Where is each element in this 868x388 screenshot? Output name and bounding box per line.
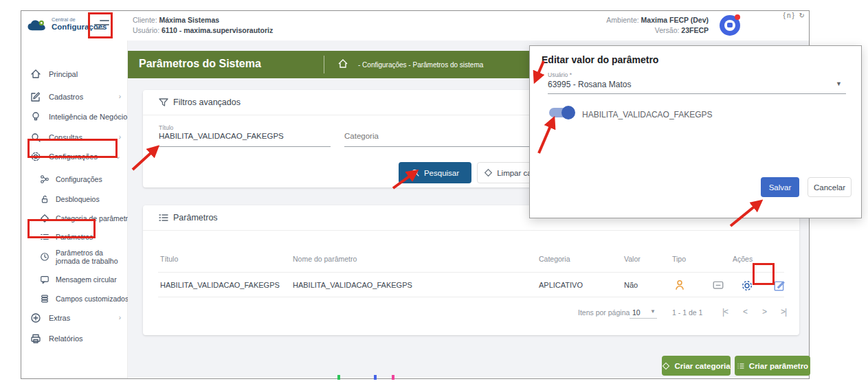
parameter-toggle[interactable] — [549, 108, 574, 117]
prev-page-button[interactable]: < — [743, 307, 747, 317]
chat-widget-icon[interactable] — [720, 15, 740, 36]
col-tipo: Tipo — [672, 255, 686, 263]
taskbar-dot-pink — [392, 375, 394, 380]
cancelar-button[interactable]: Cancelar — [808, 177, 852, 197]
sidebar-item-principal[interactable]: Principal — [21, 66, 128, 84]
plus-circle-icon — [30, 312, 41, 323]
chevron-down-icon: ⌄ — [115, 152, 121, 160]
sidebar-item-configuracoes[interactable]: Configurações ⌄ — [21, 148, 128, 166]
edit-parameter-modal: Editar valor do parâmetro Usuário * 6399… — [529, 45, 862, 218]
chevron-right-icon: › — [119, 133, 121, 141]
sidebar-item-categoria-parametros[interactable]: Categoria de parâmetros — [21, 210, 128, 228]
criar-categoria-button[interactable]: Criar categoria — [662, 356, 731, 376]
col-categoria: Categoria — [539, 255, 570, 263]
parameters-title: Parâmetros — [173, 213, 218, 222]
edit-action-icon[interactable] — [773, 279, 786, 292]
sidebar-item-cadastros[interactable]: Cadastros › — [21, 89, 128, 106]
categoria-input[interactable] — [344, 132, 516, 140]
col-valor: Valor — [624, 255, 641, 263]
sidebar-item-parametros-jornada[interactable]: Parâmetros da jornada de trabalho — [21, 247, 128, 269]
stack-icon — [40, 294, 49, 304]
cloud-logo-icon — [27, 19, 47, 32]
edit-icon — [30, 91, 41, 102]
version-info: Versão: 23FECP — [606, 25, 709, 36]
cell-categoria: APLICATIVO — [539, 281, 583, 289]
sidebar-item-campos-customizados[interactable]: Campos customizados — [21, 290, 128, 308]
home-breadcrumb-icon[interactable] — [337, 58, 348, 69]
search-icon — [30, 132, 41, 143]
usuario-select[interactable]: 63995 - Rosana Matos — [548, 80, 631, 89]
user-icon — [674, 279, 686, 291]
page-title: Parâmetros do Sistema — [139, 58, 261, 70]
select-caret-icon[interactable]: ▼ — [836, 80, 842, 87]
clock-icon — [40, 252, 49, 262]
filters-title: Filtros avançados — [173, 98, 241, 107]
gear-icon — [30, 151, 41, 162]
network-icon — [40, 174, 49, 184]
notification-badge — [735, 14, 740, 20]
printer-icon — [30, 333, 41, 344]
sidebar-item-parametros[interactable]: Parâmetros — [21, 229, 128, 247]
sidebar-item-mensagem-circular[interactable]: Mensagem circular — [21, 271, 128, 289]
unlock-icon — [40, 194, 49, 204]
chevron-right-icon: › — [119, 314, 121, 321]
sidebar-item-consultas[interactable]: Consultas › — [21, 129, 128, 147]
salvar-button[interactable]: Salvar — [761, 177, 799, 197]
modal-title: Editar valor do parâmetro — [542, 54, 658, 65]
cell-valor: Não — [624, 281, 638, 289]
cell-nome: HABILITA_VALIDACAO_FAKEGPS — [293, 281, 412, 289]
first-page-button[interactable]: |< — [722, 307, 728, 317]
search-icon — [411, 168, 420, 177]
home-icon — [30, 69, 41, 80]
filter-icon — [158, 97, 169, 108]
comment-action-icon[interactable] — [712, 279, 724, 292]
sidebar-item-extras[interactable]: Extras › — [21, 310, 128, 328]
tag-icon — [40, 214, 49, 223]
titulo-field-label: Título — [159, 124, 173, 131]
usuario-field-label: Usuário * — [548, 71, 572, 78]
taskbar-dot-blue — [374, 375, 377, 380]
per-page-select[interactable]: 10 — [632, 308, 641, 317]
lightbulb-icon — [30, 111, 41, 122]
eraser-icon — [484, 168, 493, 177]
taskbar-dot-green — [337, 375, 340, 380]
hamburger-menu-icon[interactable] — [93, 16, 111, 34]
list-icon — [737, 362, 745, 370]
next-page-button[interactable]: > — [762, 307, 766, 317]
list-icon — [40, 232, 49, 242]
per-page-caret-icon[interactable]: ▼ — [650, 308, 656, 315]
pagination-range: 1 - 1 de 1 — [672, 308, 702, 317]
cell-titulo: HABILITA_VALIDACAO_FAKEGPS — [160, 281, 280, 289]
environment-info: Ambiente: Maxima FECP (Dev) — [606, 15, 709, 25]
parameters-card: Parâmetros Título Nome do parâmetro Cate… — [143, 205, 799, 335]
tag-icon — [662, 362, 670, 370]
sidebar-item-relatorios[interactable]: Relatórios — [21, 330, 128, 348]
col-acoes: Ações — [733, 255, 753, 263]
last-page-button[interactable]: >| — [781, 307, 786, 317]
list-icon — [158, 212, 169, 223]
titulo-input[interactable] — [159, 132, 331, 140]
col-nome: Nome do parâmetro — [293, 255, 357, 263]
app-header: Central de Configurações Cliente: Máxima… — [21, 11, 809, 41]
gear-action-icon[interactable] — [741, 279, 753, 292]
chevron-right-icon: › — [119, 113, 121, 120]
items-per-page-label: Itens por página — [578, 308, 630, 317]
client-info: Cliente: Máxima Sistemas — [133, 15, 273, 25]
sidebar-item-inteligencia[interactable]: Inteligência de Negócio › — [21, 109, 128, 126]
sidebar: Principal Cadastros › Inteligência de Ne… — [21, 41, 128, 378]
toggle-label: HABILITA_VALIDACAO_FAKEGPS — [582, 110, 713, 119]
chevron-right-icon: › — [119, 93, 121, 100]
overlay-icons: {n} ↻ — [783, 12, 806, 19]
criar-parametro-button[interactable]: Criar parâmetro — [735, 356, 810, 376]
user-info: Usuário: 6110 - maxima.supervisorautoriz — [133, 25, 273, 36]
breadcrumb: - Configurações - Parâmetros do sistema — [358, 61, 483, 69]
sidebar-item-desbloqueios[interactable]: Desbloqueios — [21, 191, 128, 209]
col-titulo: Título — [160, 255, 178, 263]
sidebar-item-configuracoes-sub[interactable]: Configurações — [21, 171, 128, 189]
message-icon — [40, 275, 49, 284]
pesquisar-button[interactable]: Pesquisar — [399, 162, 471, 183]
